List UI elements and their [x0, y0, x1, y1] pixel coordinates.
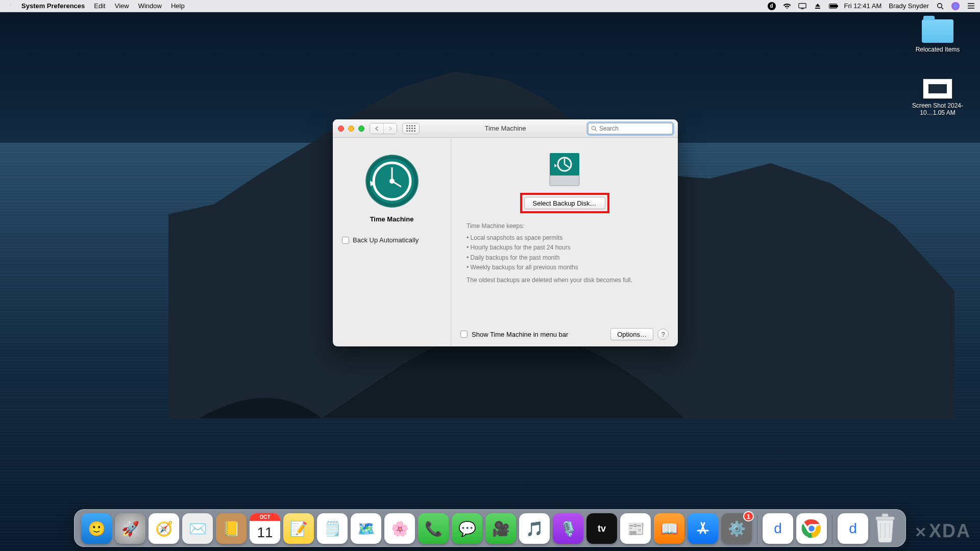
dock-divider — [757, 515, 757, 544]
svg-point-2 — [592, 126, 595, 130]
siri-icon[interactable] — [951, 2, 960, 10]
dock-appstore[interactable] — [688, 513, 718, 544]
annotation-highlight: Select Backup Disk… — [520, 193, 609, 213]
dock-tv[interactable]: tv — [586, 513, 617, 544]
dock-reminders[interactable]: 🗒️ — [317, 513, 348, 544]
svg-point-1 — [938, 3, 942, 8]
display-icon[interactable] — [798, 2, 806, 10]
menu-help[interactable]: Help — [171, 2, 185, 10]
menubar-clock[interactable]: Fri 12:41 AM — [844, 2, 882, 10]
svg-point-7 — [389, 179, 395, 184]
dock-app-d[interactable]: d — [763, 513, 793, 544]
oldest-note: The oldest backups are deleted when your… — [467, 276, 668, 285]
dock-divider — [832, 515, 832, 544]
left-pane: Time Machine Back Up Automatically — [333, 138, 451, 346]
dock-app-d2[interactable]: d — [838, 513, 868, 544]
dock-system-preferences[interactable]: ⚙️1 — [721, 513, 752, 544]
dock: 🙂🚀🧭✉️📒OCT11📝🗒️🗺️🌸📞💬🎥🎵🎙️tv📰📖⚙️1dd — [74, 509, 906, 547]
timemachine-label: Time Machine — [370, 215, 414, 223]
keeps-item: Local snapshots as space permits — [467, 233, 668, 243]
dock-mail[interactable]: ✉️ — [182, 513, 213, 544]
keeps-header: Time Machine keeps: — [467, 221, 668, 231]
watermark: ✕XDA — [915, 520, 971, 542]
show-all-button[interactable] — [402, 123, 420, 134]
backup-auto-row[interactable]: Back Up Automatically — [339, 236, 419, 244]
minimize-button[interactable] — [348, 126, 354, 132]
svg-rect-14 — [876, 517, 894, 520]
screenshot-thumb-icon — [923, 79, 952, 99]
dock-facetime-audio[interactable]: 📞 — [418, 513, 449, 544]
desktop-folder-relocated[interactable]: Relocated Items — [910, 19, 966, 53]
menu-edit[interactable]: Edit — [94, 2, 105, 10]
timemachine-info: Time Machine keeps: Local snapshots as s… — [461, 221, 668, 285]
desktop: System Preferences Edit View Window Help… — [0, 0, 980, 551]
folder-icon — [922, 19, 953, 43]
search-field-wrap[interactable] — [588, 123, 673, 134]
forward-button[interactable] — [383, 123, 397, 134]
nav-segmented — [370, 123, 397, 134]
battery-icon[interactable] — [829, 2, 837, 10]
dock-badge: 1 — [743, 511, 754, 521]
keeps-item: Weekly backups for all previous months — [467, 263, 668, 272]
zoom-button[interactable] — [358, 126, 364, 132]
backup-auto-checkbox[interactable] — [342, 237, 349, 244]
dock-launchpad[interactable]: 🚀 — [115, 513, 145, 544]
search-input[interactable] — [599, 125, 670, 132]
keeps-item: Daily backups for the past month — [467, 253, 668, 263]
dock-music[interactable]: 🎵 — [519, 513, 550, 544]
spotlight-icon[interactable] — [936, 2, 944, 10]
desktop-screenshot[interactable]: Screen Shot 2024-10…1.05 AM — [910, 79, 966, 116]
dock-podcasts[interactable]: 🎙️ — [553, 513, 583, 544]
backup-auto-label: Back Up Automatically — [353, 236, 419, 244]
timemachine-window: Time Machine Time Machine — [333, 119, 678, 346]
app-name[interactable]: System Preferences — [21, 2, 85, 10]
apple-menu-icon[interactable] — [5, 2, 12, 10]
help-button[interactable]: ? — [657, 329, 669, 340]
desktop-item-label: Screen Shot 2024-10…1.05 AM — [910, 102, 966, 116]
dock-news[interactable]: 📰 — [620, 513, 651, 544]
show-in-menubar-checkbox[interactable] — [460, 331, 468, 338]
window-titlebar[interactable]: Time Machine — [333, 119, 678, 138]
options-button[interactable]: Options… — [610, 328, 653, 340]
dock-books[interactable]: 📖 — [654, 513, 684, 544]
dock-notes[interactable]: 📝 — [283, 513, 314, 544]
svg-rect-0 — [798, 3, 805, 8]
dock-contacts[interactable]: 📒 — [216, 513, 247, 544]
dock-photos[interactable]: 🌸 — [384, 513, 415, 544]
wifi-icon[interactable] — [783, 2, 791, 10]
traffic-lights — [338, 126, 364, 132]
keeps-item: Hourly backups for the past 24 hours — [467, 243, 668, 253]
search-icon — [591, 126, 597, 132]
backup-disk-icon — [547, 151, 582, 189]
dock-messages[interactable]: 💬 — [452, 513, 482, 544]
dock-trash[interactable] — [871, 512, 899, 544]
dock-facetime[interactable]: 🎥 — [485, 513, 516, 544]
eject-icon[interactable] — [814, 2, 822, 10]
dock-finder[interactable]: 🙂 — [81, 513, 112, 544]
timemachine-icon — [364, 153, 420, 209]
desktop-item-label: Relocated Items — [910, 46, 966, 53]
close-button[interactable] — [338, 126, 344, 132]
svg-rect-15 — [882, 514, 888, 517]
show-in-menubar-label: Show Time Machine in menu bar — [472, 331, 568, 338]
menu-view[interactable]: View — [115, 2, 129, 10]
svg-rect-8 — [550, 174, 579, 186]
dock-calendar[interactable]: OCT11 — [250, 513, 280, 544]
dock-chrome[interactable] — [796, 513, 827, 544]
status-d-icon[interactable]: d — [768, 2, 776, 10]
menubar: System Preferences Edit View Window Help… — [0, 0, 980, 12]
menu-window[interactable]: Window — [138, 2, 162, 10]
select-backup-disk-button[interactable]: Select Backup Disk… — [524, 197, 605, 209]
menubar-user[interactable]: Brady Snyder — [889, 2, 929, 10]
right-pane: Select Backup Disk… Time Machine keeps: … — [451, 138, 678, 346]
dock-safari[interactable]: 🧭 — [149, 513, 179, 544]
dock-maps[interactable]: 🗺️ — [351, 513, 381, 544]
back-button[interactable] — [370, 123, 383, 134]
notification-center-icon[interactable] — [967, 2, 975, 10]
